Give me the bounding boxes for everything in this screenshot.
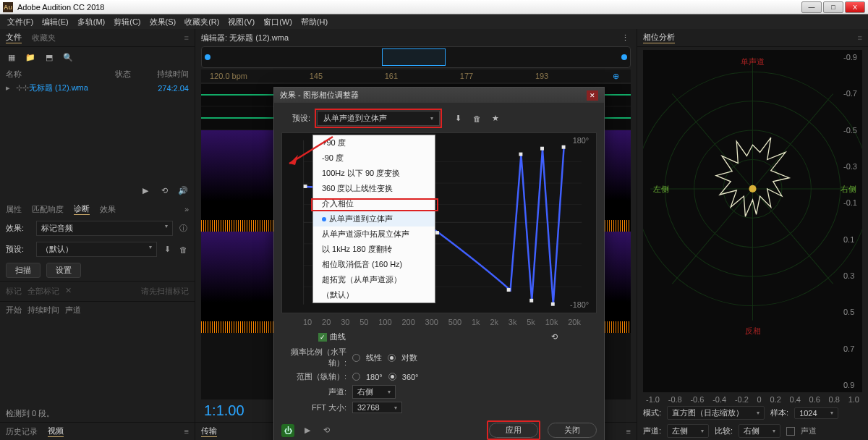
dialog-close-icon[interactable]: ✕	[587, 90, 598, 101]
reset-curve-icon[interactable]: ⟲	[548, 331, 560, 342]
tab-video[interactable]: 视频	[48, 426, 64, 437]
search-icon[interactable]: 🔍	[62, 51, 74, 63]
save-preset-icon[interactable]: ⬇	[161, 244, 173, 255]
phase-scope[interactable]: 单声道 反相 左侧 右侧 -0.9-0.7-0.5-0.3-0.10.10.30…	[643, 50, 862, 392]
delete-preset-icon[interactable]: 🗑	[471, 113, 482, 124]
marker-tab-a[interactable]: 标记	[6, 286, 22, 297]
menu-file[interactable]: 文件(F)	[4, 15, 36, 29]
radio-log[interactable]	[388, 354, 396, 362]
volume-icon[interactable]: 🔊	[177, 185, 189, 196]
preset-opt[interactable]: 360 度以上线性变换	[313, 181, 435, 196]
sample-select[interactable]: 1024▾	[794, 407, 838, 419]
channel-select[interactable]: 左侧▾	[667, 424, 709, 438]
panel-menu-icon[interactable]: ≡	[858, 33, 862, 42]
tab-match-loudness[interactable]: 匹配响度	[32, 204, 64, 215]
time-ruler[interactable]: 120.0 bpm 145 161 177 193 ⊕	[201, 69, 631, 82]
favorite-icon[interactable]: ★	[490, 113, 501, 124]
tab-files[interactable]: 文件	[6, 32, 22, 43]
svg-text:左侧: 左侧	[653, 185, 669, 193]
settings-button[interactable]: 设置	[46, 263, 81, 278]
col-name: 名称	[6, 69, 111, 80]
preview-loop-icon[interactable]: ⟲	[320, 425, 332, 436]
open-file-icon[interactable]: 📁	[25, 51, 36, 63]
radio-180[interactable]	[352, 373, 360, 381]
expand-arrow-icon[interactable]: ▸	[6, 83, 13, 93]
effect-label: 效果:	[6, 223, 32, 234]
menu-effects[interactable]: 效果(S)	[147, 15, 179, 29]
panel-menu-icon[interactable]: »	[184, 205, 189, 213]
radio-linear[interactable]	[352, 354, 360, 362]
scan-button[interactable]: 扫描	[6, 263, 41, 278]
menu-view[interactable]: 视图(V)	[225, 15, 258, 29]
preset-opt-selected[interactable]: 从单声道到立体声	[313, 211, 435, 227]
info-icon[interactable]: ⓘ	[177, 223, 189, 234]
zoom-tool-icon[interactable]: ⊕	[610, 70, 622, 82]
tab-history[interactable]: 历史记录	[6, 426, 38, 437]
preset-opt[interactable]: 从单声道源中拓展立体声	[313, 227, 435, 242]
save-preset-icon[interactable]: ⬇	[452, 113, 464, 124]
channel-label: 声道:	[643, 426, 661, 436]
preset-opt[interactable]: 超拓宽（从单声道源）	[313, 272, 435, 287]
close-button[interactable]: X	[845, 1, 865, 13]
marker-tab-b[interactable]: 全部标记	[27, 286, 59, 297]
svg-rect-26	[519, 153, 522, 156]
menu-clip[interactable]: 剪辑(C)	[111, 15, 143, 29]
app-logo: Au	[3, 2, 13, 12]
phase-curve-chart[interactable]: 180° -180° +90 度 -90 度 100Hz 以下 90 度变换 3…	[281, 132, 597, 313]
compare-select[interactable]: 右侧▾	[739, 424, 780, 438]
menu-favorites[interactable]: 收藏夹(R)	[182, 15, 222, 29]
menu-help[interactable]: 帮助(H)	[298, 15, 331, 29]
svg-text:单声道: 单声道	[741, 57, 765, 66]
preset-opt[interactable]: 相位取消低音 (160 Hz)	[313, 257, 435, 272]
panel-menu-icon[interactable]: ≡	[184, 33, 189, 42]
svg-rect-30	[562, 145, 566, 149]
svg-rect-24	[435, 231, 439, 234]
tab-diagnostics[interactable]: 诊断	[74, 203, 90, 215]
tab-favorites[interactable]: 收藏夹	[32, 33, 56, 43]
annotation-arrow	[282, 133, 340, 169]
mode-label: 模式:	[643, 407, 661, 418]
app-title: Adobe Audition CC 2018	[17, 3, 800, 12]
menu-window[interactable]: 窗口(W)	[260, 15, 295, 29]
mode-select[interactable]: 直方图（日志缩放）▾	[667, 406, 765, 420]
effect-select[interactable]: 标记音频▾	[36, 221, 173, 236]
dialog-title: 效果 - 图形相位调整器	[280, 90, 359, 101]
editor-menu-icon[interactable]: ⋮	[619, 32, 631, 43]
power-toggle[interactable]: ⏻	[281, 424, 294, 437]
preset-opt[interactable]: （默认）	[313, 287, 435, 302]
tab-transport[interactable]: 传输	[201, 426, 217, 437]
svg-text:-180°: -180°	[570, 300, 589, 309]
tab-attr[interactable]: 属性	[6, 204, 22, 215]
file-row[interactable]: ▸ ⊹⊹ 无标题 (12).wma 274:2.04	[0, 81, 195, 95]
apply-button[interactable]: 应用	[489, 423, 538, 438]
fft-size-label: FFT 大小:	[281, 402, 346, 413]
loop-icon[interactable]: ⟲	[158, 185, 170, 196]
curve-label: 曲线	[330, 332, 346, 341]
dlg-preset-select[interactable]: 从单声道到立体声▾	[317, 111, 440, 126]
delete-preset-icon[interactable]: 🗑	[177, 244, 189, 255]
tab-phase-analysis[interactable]: 相位分析	[643, 32, 675, 43]
menu-edit[interactable]: 编辑(E)	[39, 15, 72, 29]
panel-menu-icon[interactable]: ≡	[184, 427, 189, 436]
fft-size-select[interactable]: 32768▾	[352, 402, 402, 413]
dlg-close-button[interactable]: 关闭	[548, 423, 597, 438]
new-file-icon[interactable]: ▦	[6, 51, 17, 63]
maximize-button[interactable]: □	[823, 1, 843, 13]
preset-opt[interactable]: 以 1kHz 180 度翻转	[313, 242, 435, 257]
preview-play-icon[interactable]: ▶	[302, 425, 313, 436]
record-icon[interactable]: ⬒	[43, 51, 55, 63]
tab-effects[interactable]: 效果	[100, 204, 116, 215]
curve-checkbox[interactable]: ✓	[318, 333, 327, 342]
compare-checkbox[interactable]	[786, 427, 795, 436]
menu-multitrack[interactable]: 多轨(M)	[75, 15, 109, 29]
minimize-button[interactable]: —	[801, 1, 822, 13]
dlg-channel-select[interactable]: 右侧▾	[352, 385, 396, 399]
radio-360[interactable]	[388, 373, 396, 381]
timecode-display[interactable]: 1:1.00	[204, 402, 244, 419]
marker-clear-icon[interactable]: ✕	[65, 286, 72, 297]
preset-select[interactable]: （默认）▾	[36, 242, 157, 257]
svg-text:反相: 反相	[745, 326, 761, 335]
play-icon[interactable]: ▶	[140, 185, 151, 196]
panel-menu-icon[interactable]: ≡	[626, 427, 631, 436]
overview-strip[interactable]	[201, 46, 631, 68]
